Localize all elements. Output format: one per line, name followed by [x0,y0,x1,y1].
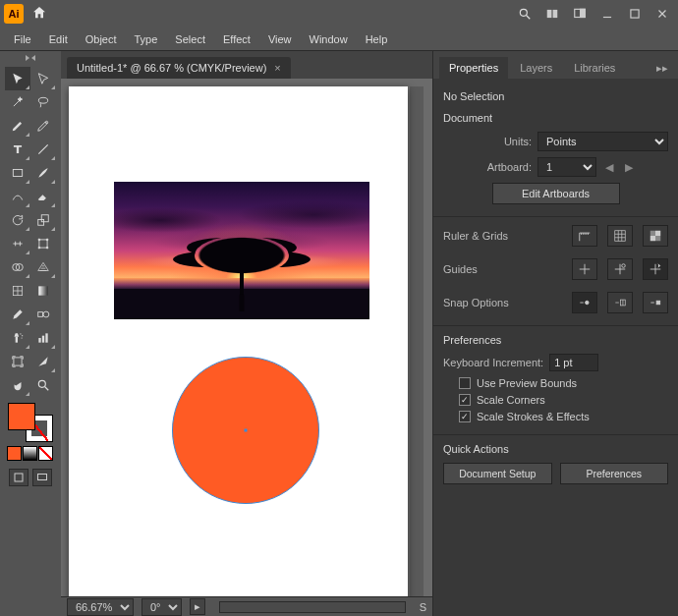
menu-object[interactable]: Object [78,31,125,47]
navigator-arrow-icon[interactable]: ▸ [190,598,205,615]
eraser-tool[interactable] [30,185,56,208]
menu-window[interactable]: Window [302,31,356,47]
paintbrush-tool[interactable] [30,161,56,185]
home-icon[interactable] [31,5,47,24]
rotate-select[interactable]: 0° [141,598,182,616]
selection-status: No Selection [443,86,668,112]
menu-effect[interactable]: Effect [215,31,258,47]
zoom-select[interactable]: 66.67% [67,598,134,616]
shaper-tool[interactable] [5,185,30,208]
menu-edit[interactable]: Edit [41,31,76,47]
screen-mode-button[interactable] [32,469,52,486]
menu-select[interactable]: Select [167,31,213,47]
close-tab-button[interactable]: × [274,62,280,74]
status-right: S [420,601,426,613]
next-artboard-button[interactable]: ▶ [622,158,636,176]
workspace-switcher-icon[interactable] [568,2,592,26]
show-rulers-button[interactable] [572,225,597,247]
menu-type[interactable]: Type [127,31,166,47]
menu-file[interactable]: File [6,31,39,47]
units-select[interactable]: Points [537,132,668,151]
draw-normal-button[interactable] [9,469,28,486]
magic-wand-tool[interactable] [5,90,30,114]
artboard-tool[interactable] [5,350,30,373]
svg-rect-2 [547,10,552,18]
menu-help[interactable]: Help [358,31,396,47]
direct-selection-tool[interactable] [30,67,56,90]
blend-tool[interactable] [30,303,56,326]
tools-collapse-icon[interactable] [24,55,37,65]
window-close-button[interactable] [650,2,674,26]
scale-tool[interactable] [30,208,56,232]
scale-corners-checkbox[interactable]: ✓Scale Corners [459,394,668,406]
show-grid-button[interactable] [607,225,633,247]
svg-rect-41 [615,231,626,242]
keyboard-increment-input[interactable] [549,354,598,371]
selection-tool[interactable] [5,67,30,90]
none-mode-button[interactable] [38,446,53,461]
smart-guides-button[interactable] [643,258,668,280]
mesh-tool[interactable] [5,279,30,303]
svg-point-17 [38,239,40,241]
shape-builder-tool[interactable] [5,255,30,279]
svg-point-10 [38,97,47,103]
edit-artboards-button[interactable]: Edit Artboards [492,183,620,204]
use-preview-bounds-checkbox[interactable]: Use Preview Bounds [459,377,668,389]
svg-point-19 [38,247,40,249]
artboard-canvas[interactable] [69,86,408,596]
horizontal-scrollbar[interactable] [219,601,406,613]
placed-image-sunset[interactable] [114,182,369,319]
tab-layers[interactable]: Layers [510,57,562,79]
gradient-mode-button[interactable] [23,446,37,461]
show-transparency-grid-button[interactable] [643,225,668,247]
panel-tabs: Properties Layers Libraries ▸▸ [433,51,678,79]
type-tool[interactable] [5,138,30,161]
zoom-tool[interactable] [30,373,56,397]
document-tab[interactable]: Untitled-1* @ 66.67 % (CMYK/Preview) × [67,57,291,79]
gradient-tool[interactable] [30,279,56,303]
free-transform-tool[interactable] [30,232,56,255]
preferences-button[interactable]: Preferences [560,463,669,484]
hand-tool[interactable] [5,373,30,397]
eyedropper-tool[interactable] [5,303,30,326]
color-mode-button[interactable] [7,446,22,461]
snap-options-label: Snap Options [443,297,562,308]
svg-rect-5 [581,9,586,17]
pen-tool[interactable] [5,114,30,138]
width-tool[interactable] [5,232,30,255]
window-maximize-button[interactable] [623,2,647,26]
snap-to-pixel-button[interactable] [643,292,668,313]
rotate-tool[interactable] [5,208,30,232]
tab-properties[interactable]: Properties [439,57,508,79]
document-setup-button[interactable]: Document Setup [443,463,552,484]
rectangle-tool[interactable] [5,161,30,185]
window-minimize-button[interactable] [595,2,619,26]
line-tool[interactable] [30,138,56,161]
artboard-select[interactable]: 1 [537,157,596,177]
svg-rect-49 [650,236,655,241]
perspective-grid-tool[interactable] [30,255,56,279]
fill-swatch[interactable] [8,403,35,430]
document-area: Untitled-1* @ 66.67 % (CMYK/Preview) × 6… [61,51,432,616]
panel-collapse-icon[interactable]: ▸▸ [652,58,672,79]
lasso-tool[interactable] [30,90,56,114]
right-panel: Properties Layers Libraries ▸▸ No Select… [432,51,678,616]
fill-stroke-swatches[interactable] [8,403,53,442]
svg-line-12 [38,144,47,153]
snap-to-grid-button[interactable] [607,292,633,313]
column-graph-tool[interactable] [30,326,56,350]
arrange-documents-icon[interactable] [540,2,564,26]
menu-view[interactable]: View [260,31,300,47]
lock-guides-button[interactable] [607,258,633,280]
show-guides-button[interactable] [572,258,597,280]
search-icon[interactable] [513,2,537,26]
tab-libraries[interactable]: Libraries [564,57,625,79]
prev-artboard-button[interactable]: ◀ [602,158,616,176]
ellipse-shape[interactable] [172,357,319,504]
vertical-scrollbar[interactable] [410,86,424,596]
scale-strokes-checkbox[interactable]: ✓Scale Strokes & Effects [459,411,668,422]
curvature-tool[interactable] [30,114,56,138]
snap-to-point-button[interactable] [572,292,597,313]
symbol-sprayer-tool[interactable] [5,326,30,350]
slice-tool[interactable] [30,350,56,373]
